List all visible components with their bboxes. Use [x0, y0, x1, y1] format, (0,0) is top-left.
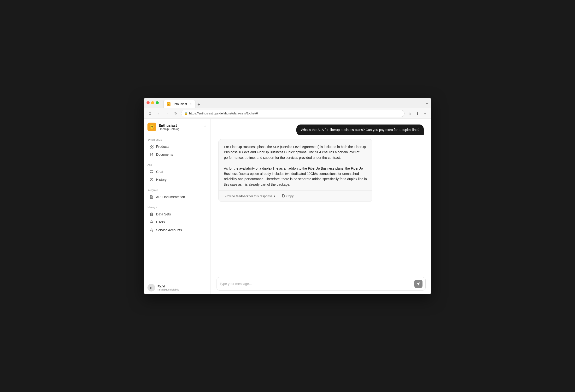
- svg-rect-8: [283, 195, 284, 197]
- close-window-button[interactable]: [146, 101, 150, 104]
- copy-label: Copy: [286, 194, 293, 198]
- browser-window: 😊 Enthusiast ✕ + ⌄ ⊡ ‹ › ↻ 🔒 https://ent…: [144, 98, 431, 294]
- sidebar-item-history[interactable]: History: [145, 176, 209, 184]
- back-button[interactable]: ‹: [155, 110, 162, 117]
- sidebar-item-label: Documents: [156, 153, 173, 156]
- brand-subtitle: FiberUp Catalog: [159, 127, 179, 131]
- chat-input-area: [211, 274, 431, 294]
- address-bar[interactable]: 🔒 https://enthusiast.upsidelab.net/data-…: [181, 110, 405, 117]
- sidebar-section-ask: Ask Chat History: [144, 160, 211, 185]
- sidebar-collapse-icon[interactable]: ⌃: [204, 125, 207, 129]
- svg-rect-1: [152, 145, 153, 146]
- send-button[interactable]: [414, 280, 423, 288]
- copy-button[interactable]: Copy: [279, 193, 296, 199]
- url-display: https://enthusiast.upsidelab.net/data-se…: [189, 112, 258, 115]
- service-accounts-icon: [149, 228, 154, 232]
- brand-text: Enthusiast FiberUp Catalog: [159, 123, 179, 131]
- bookmark-button[interactable]: ☆: [407, 110, 413, 117]
- sidebar-item-label: Chat: [156, 170, 163, 174]
- sidebar-header: 😊 Enthusiast FiberUp Catalog ⌃: [144, 119, 211, 134]
- data-sets-icon: [149, 212, 154, 216]
- new-tab-button[interactable]: +: [195, 101, 202, 108]
- products-icon: [149, 145, 154, 148]
- sidebar-item-label: History: [156, 178, 167, 182]
- brand-name: Enthusiast: [159, 123, 179, 127]
- feedback-label: Provide feedback for this response: [224, 194, 272, 198]
- browser-nav: ⊡ ‹ › ↻ 🔒 https://enthusiast.upsidelab.n…: [144, 108, 431, 119]
- sidebar-item-chat[interactable]: Chat: [145, 168, 209, 176]
- user-message-bubble: What's the SLA for fiberup business plan…: [296, 124, 424, 135]
- users-icon: [149, 220, 154, 224]
- api-docs-icon: [149, 195, 154, 199]
- brand: 😊 Enthusiast FiberUp Catalog: [147, 122, 179, 131]
- chat-icon: [149, 170, 154, 174]
- documents-icon: [149, 153, 154, 156]
- traffic-lights: [146, 101, 159, 104]
- chat-messages: What's the SLA for fiberup business plan…: [211, 119, 431, 274]
- assistant-message-text: For FiberUp Business plans, the SLA (Ser…: [224, 145, 367, 186]
- sidebar-section-synchronize: Synchronize Products Documents: [144, 134, 211, 160]
- section-label-ask: Ask: [144, 163, 211, 168]
- assistant-message-body: For FiberUp Business plans, the SLA (Ser…: [219, 139, 372, 191]
- sidebar-item-users[interactable]: Users: [145, 218, 209, 226]
- sidebar-item-label: Users: [156, 220, 165, 224]
- tab-favicon: 😊: [167, 102, 170, 106]
- minimize-window-button[interactable]: [151, 101, 154, 104]
- sidebar-section-integrate: Integrate API Documentation: [144, 185, 211, 202]
- svg-point-5: [150, 213, 153, 214]
- user-name: Rafal: [158, 285, 179, 288]
- send-icon: [416, 282, 420, 286]
- chevron-down-icon: ▾: [274, 195, 275, 198]
- sidebar-item-products[interactable]: Products: [145, 143, 209, 150]
- sidebar-section-manage: Manage Data Sets Users: [144, 202, 211, 235]
- maximize-window-button[interactable]: [156, 101, 159, 104]
- window-controls: ⌄: [426, 101, 429, 105]
- sidebar-item-label: API Documentation: [156, 195, 185, 199]
- share-button[interactable]: ⬆: [414, 110, 421, 117]
- section-label-integrate: Integrate: [144, 189, 211, 193]
- sidebar-item-label: Products: [156, 145, 169, 148]
- sidebar: 😊 Enthusiast FiberUp Catalog ⌃ Synchroni…: [144, 119, 211, 294]
- history-icon: [149, 178, 154, 182]
- sidebar-item-label: Service Accounts: [156, 228, 182, 232]
- sidebar-item-service-accounts[interactable]: Service Accounts: [145, 226, 209, 234]
- assistant-message-card: For FiberUp Business plans, the SLA (Ser…: [218, 139, 372, 202]
- main-content: What's the SLA for fiberup business plan…: [211, 119, 431, 294]
- sidebar-item-data-sets[interactable]: Data Sets: [145, 210, 209, 218]
- svg-rect-2: [150, 147, 151, 148]
- tab-title: Enthusiast: [172, 102, 187, 106]
- message-actions: Provide feedback for this response ▾ Cop…: [219, 191, 372, 201]
- user-email: rafal@upsidelab.io: [158, 288, 179, 291]
- sidebar-toggle-button[interactable]: ⊡: [146, 110, 153, 117]
- user-message: What's the SLA for fiberup business plan…: [296, 124, 424, 135]
- svg-point-6: [151, 221, 152, 222]
- sidebar-footer: R Rafal rafal@upsidelab.io: [144, 281, 211, 294]
- assistant-message: For FiberUp Business plans, the SLA (Ser…: [218, 139, 372, 202]
- menu-button[interactable]: ≡: [422, 110, 429, 117]
- sidebar-item-api-docs[interactable]: API Documentation: [145, 193, 209, 201]
- svg-rect-3: [152, 147, 153, 148]
- avatar: R: [147, 284, 155, 292]
- user-info: Rafal rafal@upsidelab.io: [158, 285, 179, 291]
- feedback-button[interactable]: Provide feedback for this response ▾: [222, 193, 277, 199]
- app-body: 😊 Enthusiast FiberUp Catalog ⌃ Synchroni…: [144, 119, 431, 294]
- copy-icon: [282, 194, 285, 198]
- brand-logo: 😊: [147, 122, 156, 131]
- reload-button[interactable]: ↻: [172, 110, 179, 117]
- svg-point-7: [151, 229, 152, 230]
- section-label-manage: Manage: [144, 206, 211, 210]
- nav-actions: ☆ ⬆ ≡: [407, 110, 429, 117]
- sidebar-item-documents[interactable]: Documents: [145, 151, 209, 158]
- tab-bar: 😊 Enthusiast ✕ +: [164, 98, 202, 108]
- message-input[interactable]: [220, 281, 412, 287]
- tab-close-button[interactable]: ✕: [189, 102, 192, 106]
- chat-input-wrapper: [216, 277, 426, 291]
- security-icon: 🔒: [184, 112, 188, 115]
- section-label-synchronize: Synchronize: [144, 138, 211, 143]
- browser-titlebar: 😊 Enthusiast ✕ + ⌄: [144, 98, 431, 108]
- sidebar-item-label: Data Sets: [156, 212, 171, 216]
- svg-rect-0: [150, 145, 151, 146]
- forward-button[interactable]: ›: [164, 110, 170, 117]
- active-tab[interactable]: 😊 Enthusiast ✕: [164, 100, 195, 108]
